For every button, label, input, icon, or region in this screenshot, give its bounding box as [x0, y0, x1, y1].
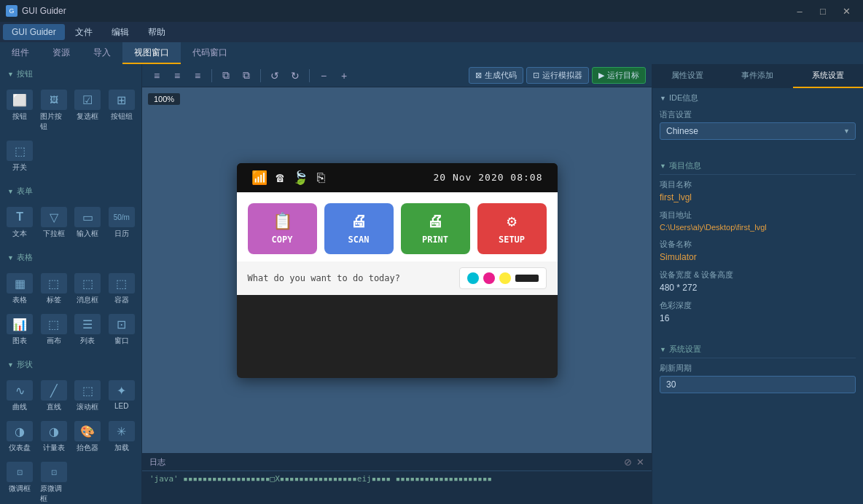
simulator-icon: ⊡: [533, 71, 539, 80]
sidebar-section-title-buttons[interactable]: 按钮: [0, 64, 141, 84]
generate-code-button[interactable]: ⊠ 生成代码: [469, 67, 523, 84]
redo-button[interactable]: ↻: [286, 67, 304, 84]
close-button[interactable]: ✕: [835, 4, 857, 18]
sidebar-item-scrollbox[interactable]: ⬚ 滚动框: [72, 377, 104, 415]
app-title: GUI Guider: [22, 6, 66, 16]
color-bar-black: [515, 275, 539, 282]
sidebar-item-text[interactable]: T 文本: [4, 204, 36, 242]
zoom-out-button[interactable]: −: [315, 67, 332, 84]
log-clear-button[interactable]: ⊘: [624, 457, 632, 468]
color-dot-cyan: [467, 272, 479, 284]
right-tab-properties[interactable]: 属性设置: [652, 64, 722, 88]
menu-brand[interactable]: GUI Guider: [3, 24, 65, 40]
sidebar-section-shapes: 形状 ∿ 曲线 ╱ 直线 ⬚ 滚动框 ✦ LED: [0, 355, 141, 504]
toolbar-sep-3: [309, 69, 310, 82]
sidebar-item-imgbtn[interactable]: 🖼 图片按钮: [39, 87, 70, 135]
sidebar-item-input[interactable]: ▭ 输入框: [72, 204, 104, 242]
checkbox-icon: ☑: [74, 90, 101, 110]
sidebar-section-title-shapes[interactable]: 形状: [0, 355, 141, 374]
leaf-icon: 🍃: [292, 170, 308, 185]
tab-view-window[interactable]: 视图窗口: [122, 42, 181, 64]
run-target-button[interactable]: ▶ 运行目标: [592, 67, 646, 84]
align-right-button[interactable]: ≡: [189, 67, 206, 84]
canvas-area[interactable]: 100% 📶 ☎ 🍃 ⎘ 20 Nov 2020 08:08: [142, 87, 652, 453]
paste-layout-button[interactable]: ⧉: [238, 67, 255, 84]
sidebar-item-msgbox[interactable]: ⬚ 消息框: [72, 270, 104, 308]
sidebar-item-led[interactable]: ✦ LED: [106, 377, 138, 415]
device-copy-button[interactable]: 📋 COPY: [248, 203, 317, 254]
chart-icon: 📊: [7, 314, 33, 334]
align-center-button[interactable]: ≡: [168, 67, 186, 84]
tab-resources[interactable]: 资源: [41, 42, 82, 64]
sidebar-item-switch[interactable]: ⬚ 开关: [4, 138, 36, 176]
sidebar-item-btngroup[interactable]: ⊞ 按钮组: [106, 87, 138, 135]
target-icon: ▶: [598, 71, 604, 80]
sidebar-item-dropdown[interactable]: ▽ 下拉框: [39, 204, 70, 242]
sidebar-item-meter[interactable]: ◑ 计量表: [39, 418, 70, 456]
dimensions-label: 设备宽度 & 设备高度: [660, 269, 856, 280]
sidebar-grid-form: T 文本 ▽ 下拉框 ▭ 输入框 50/m 日历: [0, 201, 141, 248]
gauge-icon: ◑: [7, 421, 33, 441]
sidebar-item-window[interactable]: ⊡ 窗口: [106, 311, 138, 349]
sidebar-item-line[interactable]: ╱ 直线: [39, 377, 70, 415]
device-setup-button[interactable]: ⚙ SETUP: [477, 203, 547, 254]
sidebar-item-loading[interactable]: ✳ 加载: [106, 418, 138, 456]
sidebar-item-calendar[interactable]: 50/m 日历: [106, 204, 138, 242]
table-icon: ▦: [7, 273, 33, 294]
dropdown-icon: ▽: [41, 207, 67, 227]
sidebar-item-list[interactable]: ☰ 列表: [72, 311, 104, 349]
print-icon: 🖨: [427, 212, 443, 230]
color-dot-yellow: [499, 272, 511, 284]
status-icons: 📶 ☎ 🍃 ⎘: [251, 170, 326, 185]
color-dot-magenta: [483, 272, 495, 284]
ide-info-header[interactable]: IDE信息: [652, 88, 863, 105]
sidebar-item-container[interactable]: ⬚ 容器: [106, 270, 138, 308]
tab-components[interactable]: 组件: [0, 42, 41, 64]
menu-file[interactable]: 文件: [66, 23, 101, 42]
device-print-button[interactable]: 🖨 PRINT: [401, 203, 470, 254]
title-left: G GUI Guider: [6, 5, 66, 17]
sidebar-item-table[interactable]: ▦ 表格: [4, 270, 36, 308]
sidebar-item-spinbox2[interactable]: ⊡ 原微调框: [39, 459, 70, 504]
window-controls: – □ ✕: [789, 4, 857, 18]
sidebar-item-button[interactable]: ⬜ 按钮: [4, 87, 36, 135]
maximize-button[interactable]: □: [812, 4, 834, 18]
refresh-period-input[interactable]: [660, 376, 856, 393]
sidebar-item-chart[interactable]: 📊 图表: [4, 311, 36, 349]
sidebar-item-curve[interactable]: ∿ 曲线: [4, 377, 36, 415]
sidebar-item-gauge[interactable]: ◑ 仪表盘: [4, 418, 36, 456]
system-settings-title[interactable]: 系统设置: [660, 339, 856, 358]
tab-import[interactable]: 导入: [82, 42, 122, 64]
sidebar-item-colorpicker[interactable]: 🎨 抬色器: [72, 418, 104, 456]
align-left-button[interactable]: ≡: [148, 67, 165, 84]
sidebar-item-label[interactable]: ⬚ 标签: [39, 270, 70, 308]
sidebar-item-canvas[interactable]: ⬚ 画布: [39, 311, 70, 349]
tab-code-window[interactable]: 代码窗口: [181, 42, 239, 64]
sidebar-grid-buttons: ⬜ 按钮 🖼 图片按钮 ☑ 复选框 ⊞ 按钮组 ⬚ 开关: [0, 84, 141, 181]
sidebar: 按钮 ⬜ 按钮 🖼 图片按钮 ☑ 复选框 ⊞ 按钮组: [0, 64, 142, 504]
right-tab-events[interactable]: 事件添加: [722, 64, 792, 88]
right-tab-system[interactable]: 系统设置: [793, 64, 863, 88]
sidebar-section-title-form[interactable]: 表单: [0, 181, 141, 201]
run-simulator-button[interactable]: ⊡ 运行模拟器: [526, 67, 589, 84]
print-label: PRINT: [422, 235, 448, 245]
toolbar: ≡ ≡ ≡ ⧉ ⧉ ↺ ↻ − + ⊠ 生成代码 ⊡ 运行模拟器 ▶ 运行目标: [142, 64, 652, 87]
undo-button[interactable]: ↺: [266, 67, 284, 84]
zoom-in-button[interactable]: +: [335, 67, 353, 84]
device-scan-button[interactable]: 🖨 SCAN: [324, 203, 394, 254]
menu-edit[interactable]: 编辑: [103, 23, 138, 42]
setup-icon: ⚙: [507, 212, 516, 230]
sidebar-section-title-table[interactable]: 表格: [0, 248, 141, 267]
menu-help[interactable]: 帮助: [139, 23, 174, 42]
project-name-value: first_lvgl: [660, 192, 856, 202]
minimize-button[interactable]: –: [789, 4, 811, 18]
sidebar-section-form: 表单 T 文本 ▽ 下拉框 ▭ 输入框 50/m 日历: [0, 181, 141, 248]
app-icon: G: [6, 5, 17, 17]
sidebar-item-checkbox[interactable]: ☑ 复选框: [72, 87, 104, 135]
copy-layout-button[interactable]: ⧉: [217, 67, 235, 84]
log-close-button[interactable]: ✕: [636, 457, 644, 468]
language-select[interactable]: Chinese English: [660, 122, 856, 140]
sidebar-item-spinbox[interactable]: ⊡ 微调框: [4, 459, 36, 504]
project-info-title[interactable]: 项目信息: [660, 156, 856, 175]
text-icon: T: [7, 207, 33, 227]
